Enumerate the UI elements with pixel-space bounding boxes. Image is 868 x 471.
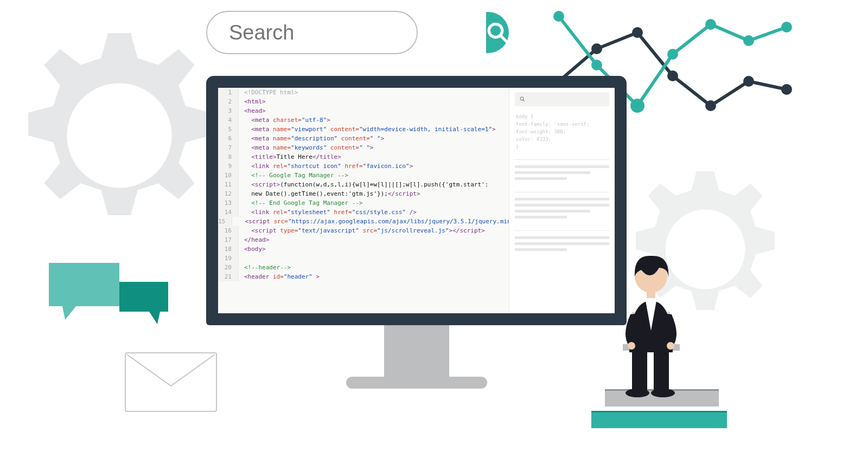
placeholder-line <box>515 198 609 201</box>
code-line: 11 <script>(function(w,d,s,l,i){w[l]=w[l… <box>218 180 509 189</box>
line-number: 4 <box>218 115 239 125</box>
line-number: 21 <box>218 272 239 281</box>
placeholder-line <box>515 171 590 174</box>
placeholder-block <box>515 159 609 189</box>
placeholder-line <box>515 236 609 239</box>
svg-point-5 <box>591 43 602 54</box>
line-number: 8 <box>218 152 239 162</box>
svg-rect-30 <box>632 352 647 390</box>
monitor: 1<!DOCTYPE html>2<html>3<head>4 <meta ch… <box>206 76 627 389</box>
line-number: 10 <box>218 171 239 180</box>
line-number: 6 <box>218 134 239 143</box>
code-text <box>239 254 244 263</box>
svg-point-38 <box>667 342 674 350</box>
css-line: color: #333; <box>516 136 608 143</box>
line-number: 2 <box>218 97 239 106</box>
line-number: 14 <box>218 208 239 217</box>
svg-point-37 <box>628 342 635 350</box>
code-line: 3<head> <box>218 106 509 115</box>
svg-line-19 <box>523 100 525 101</box>
code-line: 21<header id="header" > <box>218 272 509 281</box>
code-line: 2<html> <box>218 97 509 106</box>
side-search[interactable] <box>515 92 609 106</box>
placeholder-line <box>515 210 590 212</box>
code-text: </head> <box>239 235 269 244</box>
code-line: 16 <script type="text/javascript" src="j… <box>218 226 509 235</box>
svg-point-8 <box>705 100 716 111</box>
line-number: 11 <box>218 180 239 189</box>
search-bar[interactable] <box>206 11 418 54</box>
svg-point-0 <box>67 83 171 188</box>
svg-rect-26 <box>591 411 727 412</box>
line-number: 3 <box>218 106 239 115</box>
code-text: <!--header--> <box>239 263 291 272</box>
code-text: <meta name="description" content=" "> <box>239 134 384 143</box>
placeholder-line <box>515 177 567 180</box>
monitor-screen: 1<!DOCTYPE html>2<html>3<head>4 <meta ch… <box>218 88 615 313</box>
code-text: <meta charset="utf-8"> <box>239 115 330 125</box>
code-line: 5 <meta name="viewport" content="width=d… <box>218 125 509 134</box>
placeholder-line <box>515 165 609 168</box>
envelope-icon <box>125 352 217 412</box>
placeholder-line <box>515 216 567 218</box>
svg-point-32 <box>626 389 649 397</box>
line-number: 16 <box>218 226 239 235</box>
search-input[interactable] <box>207 21 486 44</box>
monitor-frame: 1<!DOCTYPE html>2<html>3<head>4 <meta ch… <box>206 76 627 325</box>
line-number: 19 <box>218 254 239 263</box>
css-snippet: body { font-family: 'sans-serif; font-we… <box>515 109 609 156</box>
code-line: 6 <meta name="description" content=" "> <box>218 134 509 143</box>
search-button[interactable] <box>486 12 509 53</box>
code-line: 18<body> <box>218 244 509 254</box>
svg-rect-22 <box>119 282 168 312</box>
code-line: 20<!--header--> <box>218 263 509 272</box>
code-line: 15 <script src="https://ajax.googleapis.… <box>218 217 509 226</box>
css-line: font-family: 'sans-serif; <box>516 120 608 128</box>
svg-rect-25 <box>591 407 727 411</box>
code-text: <!-- Google Tag Manager --> <box>239 171 348 180</box>
code-text: <link rel="shortcut icon" href="favicon.… <box>239 162 413 171</box>
code-line: 12 new Date().getTime(),event:'gtm.js'})… <box>218 189 509 198</box>
code-line: 7 <meta name="keywords" content=" "> <box>218 143 509 152</box>
code-text: <!-- End Google Tag Manager --> <box>239 198 363 208</box>
svg-rect-20 <box>49 263 119 306</box>
monitor-stand <box>384 325 449 377</box>
gear-icon-large <box>5 22 233 249</box>
code-text: <script src="https://ajax.googleapis.com… <box>232 217 509 226</box>
svg-point-12 <box>591 60 602 70</box>
line-number: 13 <box>218 198 239 208</box>
svg-marker-23 <box>149 312 160 324</box>
code-line: 9 <link rel="shortcut icon" href="favico… <box>218 162 509 171</box>
placeholder-line <box>515 204 609 207</box>
code-text: <head> <box>239 106 266 115</box>
svg-point-17 <box>781 22 792 33</box>
code-line: 8 <title>Title Here</title> <box>218 152 509 162</box>
code-text: <title>Title Here</title> <box>239 152 341 162</box>
code-editor[interactable]: 1<!DOCTYPE html>2<html>3<head>4 <meta ch… <box>218 88 509 313</box>
line-number: 1 <box>218 88 239 97</box>
code-text: <meta name="viewport" content="width=dev… <box>239 125 496 134</box>
code-text: <body> <box>239 244 266 254</box>
svg-point-9 <box>743 76 754 87</box>
code-line: 14 <link rel="stylesheet" href="css/styl… <box>218 208 509 217</box>
svg-point-14 <box>667 49 678 60</box>
placeholder-line <box>515 242 609 245</box>
line-number: 5 <box>218 125 239 134</box>
code-line: 10 <!-- Google Tag Manager --> <box>218 171 509 180</box>
search-icon <box>486 21 509 44</box>
placeholder-line <box>515 248 567 251</box>
svg-point-10 <box>781 84 792 95</box>
line-number: 12 <box>218 189 239 198</box>
css-line: body { <box>516 113 608 120</box>
code-text: <header id="header" > <box>239 272 320 281</box>
search-icon <box>519 96 526 102</box>
code-text: <script type="text/javascript" src="js/s… <box>239 226 485 235</box>
svg-point-11 <box>553 11 564 22</box>
code-text: <meta name="keywords" content=" "> <box>239 143 373 152</box>
svg-rect-31 <box>654 352 669 390</box>
monitor-base <box>346 377 487 389</box>
line-number: 18 <box>218 244 239 254</box>
code-line: 4 <meta charset="utf-8"> <box>218 115 509 125</box>
line-number: 17 <box>218 235 239 244</box>
code-line: 13 <!-- End Google Tag Manager --> <box>218 198 509 208</box>
